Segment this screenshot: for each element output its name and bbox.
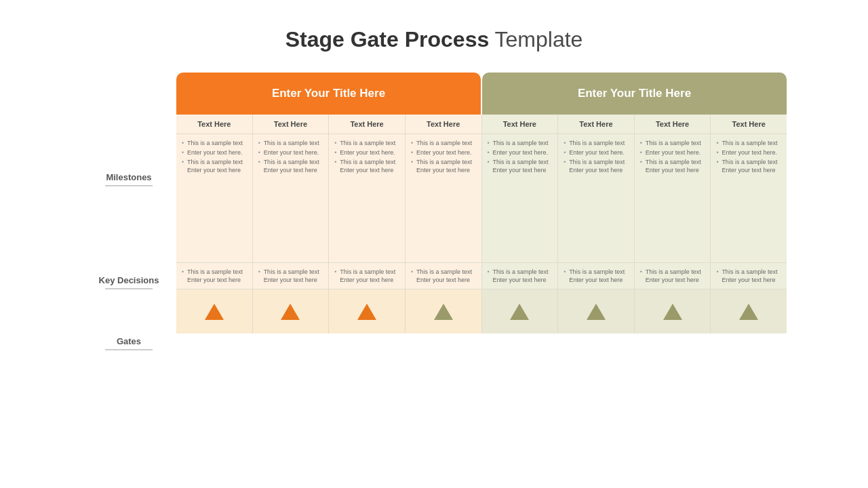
decision-cell-4: This is a sample text Enter your text he… xyxy=(406,263,482,289)
milestone-cell-8: This is a sample text Enter your text he… xyxy=(711,134,787,262)
decisions-row: This is a sample text Enter your text he… xyxy=(176,263,787,289)
decisions-label-area: Key Decisions xyxy=(81,243,176,321)
decision-cell-6: This is a sample text Enter your text he… xyxy=(558,263,635,289)
col-headers-row: Text Here Text Here Text Here Text Here … xyxy=(176,115,787,134)
gate-cell-1 xyxy=(176,289,253,333)
col-header-5: Text Here xyxy=(482,115,559,134)
table-area: Enter Your Title Here Enter Your Title H… xyxy=(176,73,787,365)
col-header-7: Text Here xyxy=(635,115,711,134)
gate-triangle-5 xyxy=(510,304,529,320)
page-title: Stage Gate Process Template xyxy=(285,27,583,52)
title-light: Template xyxy=(489,27,583,52)
gate-cell-2 xyxy=(253,289,330,333)
gate-cell-7 xyxy=(635,289,711,333)
main-container: Milestones Key Decisions Gates Enter You… xyxy=(81,73,787,365)
col-header-4: Text Here xyxy=(406,115,482,134)
gate-triangle-1 xyxy=(205,304,224,320)
gate-cell-3 xyxy=(329,289,406,333)
milestone-cell-1: This is a sample text Enter your text he… xyxy=(176,134,253,262)
gate-cell-4 xyxy=(406,289,482,333)
milestones-line xyxy=(105,185,153,186)
decisions-line xyxy=(105,288,153,289)
milestone-cell-6: This is a sample text Enter your text he… xyxy=(558,134,635,262)
gates-line xyxy=(105,349,153,350)
milestones-label: Milestones xyxy=(106,172,151,182)
title-bold: Stage Gate Process xyxy=(285,27,490,52)
decision-cell-2: This is a sample text Enter your text he… xyxy=(253,263,330,289)
gate-triangle-8 xyxy=(739,304,758,320)
gates-row xyxy=(176,289,787,333)
gate-triangle-4 xyxy=(434,304,453,320)
milestone-cell-7: This is a sample text Enter your text he… xyxy=(635,134,711,262)
col-header-6: Text Here xyxy=(558,115,635,134)
gate-cell-8 xyxy=(711,289,787,333)
gate-triangle-3 xyxy=(357,304,376,320)
gate-triangle-6 xyxy=(587,304,606,320)
gate-cell-6 xyxy=(558,289,635,333)
gate-triangle-2 xyxy=(281,304,300,320)
header-left: Enter Your Title Here xyxy=(176,73,481,115)
milestone-cell-2: This is a sample text Enter your text he… xyxy=(253,134,330,262)
header-right: Enter Your Title Here xyxy=(482,73,787,115)
decisions-label: Key Decisions xyxy=(99,275,159,285)
gates-label: Gates xyxy=(117,336,141,346)
decision-cell-8: This is a sample text Enter your text he… xyxy=(711,263,787,289)
decision-cell-7: This is a sample text Enter your text he… xyxy=(635,263,711,289)
milestone-cell-3: This is a sample text Enter your text he… xyxy=(329,134,406,262)
col-header-8: Text Here xyxy=(711,115,787,134)
decision-cell-3: This is a sample text Enter your text he… xyxy=(329,263,406,289)
milestones-label-area: Milestones xyxy=(81,115,176,243)
gate-cell-5 xyxy=(482,289,559,333)
gate-triangle-7 xyxy=(663,304,682,320)
gates-label-area: Gates xyxy=(81,321,176,365)
row-labels: Milestones Key Decisions Gates xyxy=(81,73,176,365)
milestones-row: This is a sample text Enter your text he… xyxy=(176,134,787,263)
decision-cell-1: This is a sample text Enter your text he… xyxy=(176,263,253,289)
col-header-1: Text Here xyxy=(176,115,253,134)
milestone-cell-5: This is a sample text Enter your text he… xyxy=(482,134,559,262)
header-row: Enter Your Title Here Enter Your Title H… xyxy=(176,73,787,115)
col-header-2: Text Here xyxy=(253,115,330,134)
col-header-3: Text Here xyxy=(329,115,406,134)
decision-cell-5: This is a sample text Enter your text he… xyxy=(482,263,559,289)
milestone-cell-4: This is a sample text Enter your text he… xyxy=(406,134,482,262)
